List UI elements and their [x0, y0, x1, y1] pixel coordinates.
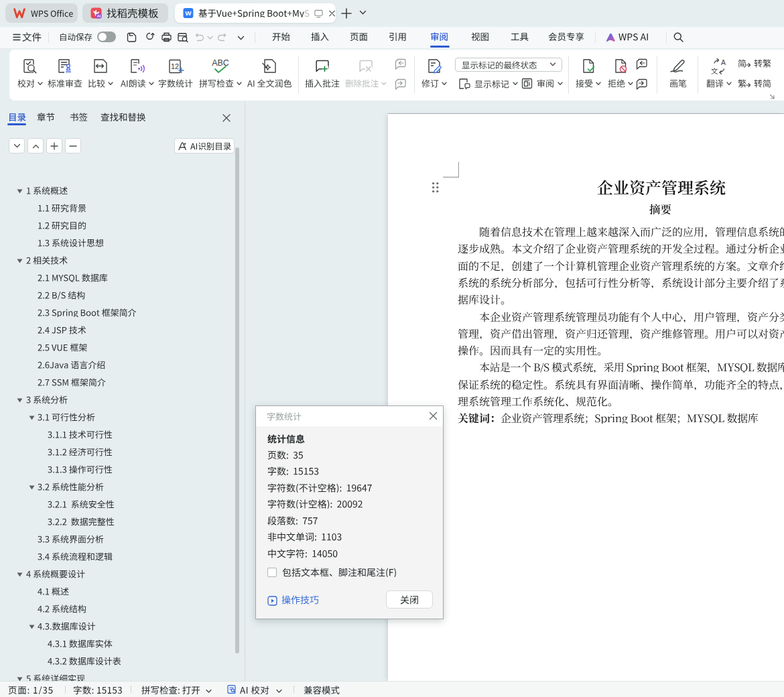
svg-text:W: W	[185, 9, 192, 17]
svg-text:A: A	[721, 58, 726, 66]
svg-text:12: 12	[170, 62, 178, 70]
svg-text:AI: AI	[97, 14, 101, 18]
svg-text:ABC: ABC	[212, 58, 229, 68]
